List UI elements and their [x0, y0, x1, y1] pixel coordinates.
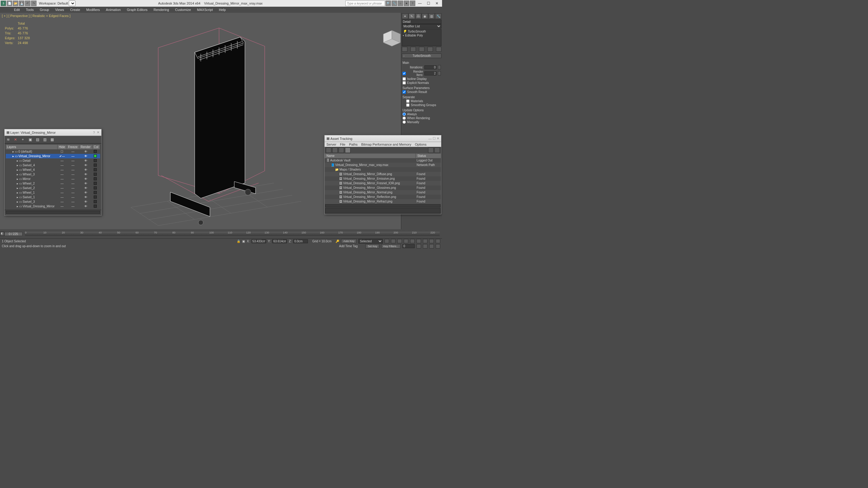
isoline-check[interactable] — [403, 77, 406, 80]
modifier-list-select[interactable]: Modifier List — [402, 24, 441, 29]
object-name-field[interactable] — [402, 20, 441, 24]
layer-highlight-icon[interactable]: ▤ — [35, 137, 40, 142]
asset-config-icon[interactable] — [434, 148, 440, 153]
asset-row[interactable]: 🖼 Virtual_Dressing_Mirror_Fresnel_IOR.pn… — [324, 181, 441, 186]
nav-fov-icon[interactable] — [423, 244, 428, 249]
frame-field[interactable] — [403, 244, 415, 248]
asset-row[interactable]: 📘 Virtual_Dressing_Mirror_max_vray.maxNe… — [324, 163, 441, 167]
iterations-spinner[interactable] — [438, 65, 441, 69]
asset-row[interactable]: 🖼 Virtual_Dressing_Mirror_Reflection.png… — [324, 195, 441, 199]
viewport-label[interactable]: [ + ] [ Perspective ] [ Realistic + Edge… — [2, 14, 70, 18]
update-always-radio[interactable] — [403, 112, 406, 116]
maximize-button[interactable]: ☐ — [425, 1, 432, 6]
modifier-stack[interactable]: 💡TurboSmooth ▪Editable Poly — [402, 29, 441, 46]
menu-views[interactable]: Views — [52, 7, 67, 12]
explicit-check[interactable] — [403, 81, 406, 85]
autokey-button[interactable]: Auto Key — [341, 239, 356, 243]
pin-stack-icon[interactable] — [402, 47, 407, 52]
asset-menu-paths[interactable]: Paths — [349, 142, 358, 146]
asset-maximize-icon[interactable]: ☐ — [433, 136, 436, 140]
redo-icon[interactable]: ↷ — [31, 1, 36, 6]
tab-motion-icon[interactable]: ◉ — [422, 13, 428, 19]
layer-col-layers[interactable]: Layers — [6, 145, 58, 149]
layer-row[interactable]: ▸ ▭ Virtual_Dressing_Mirror✔——👁 — [6, 154, 100, 158]
asset-scrollbar[interactable] — [325, 204, 440, 207]
asset-help-icon[interactable] — [428, 148, 434, 153]
save-icon[interactable]: 💾 — [19, 1, 24, 6]
new-icon[interactable]: 📄 — [7, 1, 12, 6]
asset-path-field[interactable] — [325, 208, 440, 214]
coord-y-field[interactable] — [272, 239, 287, 243]
layer-row[interactable]: ▸ ▭ Virtual_Dressing_Mirror——👁 — [6, 204, 100, 208]
layer-dialog[interactable]: ▦ Layer: Virtual_Dressing_Mirror ? ✕ ≋ ✕… — [4, 129, 102, 216]
menu-customize[interactable]: Customize — [172, 7, 194, 12]
nav-zoom-ext-icon[interactable] — [416, 244, 421, 249]
menu-modifiers[interactable]: Modifiers — [83, 7, 103, 12]
asset-row[interactable]: 🗄 Autodesk VaultLogged Out — [324, 158, 441, 163]
tab-display-icon[interactable]: ▥ — [428, 13, 435, 19]
tab-utilities-icon[interactable]: 🔧 — [435, 13, 441, 19]
close-button[interactable]: ✕ — [433, 1, 441, 6]
menu-create[interactable]: Create — [67, 7, 83, 12]
iterations-field[interactable] — [425, 65, 437, 69]
rollout-turbosmooth[interactable]: TurboSmooth — [402, 54, 441, 58]
materials-check[interactable] — [406, 99, 409, 103]
layer-select-icon[interactable]: ▣ — [27, 137, 33, 142]
undo-icon[interactable]: ↶ — [25, 1, 30, 6]
lock-icon[interactable]: 🔒 — [237, 239, 240, 243]
key-mode-select[interactable]: Selected — [359, 239, 383, 243]
star-icon[interactable]: ★ — [404, 1, 409, 6]
asset-menu-file[interactable]: File — [340, 142, 345, 146]
config-mod-icon[interactable] — [436, 47, 441, 52]
timeline-config-icon[interactable]: ◧ — [0, 232, 4, 236]
goto-start-icon[interactable] — [384, 239, 389, 243]
setkey-button[interactable]: Set Key — [365, 244, 379, 249]
coord-x-field[interactable] — [252, 239, 266, 243]
menu-rendering[interactable]: Rendering — [151, 7, 172, 12]
menu-graph-editors[interactable]: Graph Editors — [124, 7, 151, 12]
asset-col-status[interactable]: Status — [415, 154, 441, 158]
layer-col-hide[interactable]: Hide — [58, 145, 67, 149]
asset-menu-server[interactable]: Server — [327, 142, 336, 146]
menu-edit[interactable]: Edit — [11, 7, 23, 12]
layer-row[interactable]: ▸ ▭ Mirror——👁 — [6, 177, 100, 181]
nav-max2-icon[interactable] — [436, 244, 440, 249]
next-frame-icon[interactable] — [404, 239, 408, 243]
render-iters-check[interactable] — [403, 72, 406, 75]
layer-row[interactable]: ▸ ▭ Swivel_2——👁 — [6, 186, 100, 190]
layer-add-icon[interactable]: + — [20, 137, 26, 142]
search-go-icon[interactable]: 🔍 — [385, 1, 391, 6]
coord-z-field[interactable] — [293, 239, 308, 243]
layer-scrollbar[interactable] — [6, 211, 100, 214]
add-time-tag[interactable]: Add Time Tag — [339, 245, 358, 248]
layer-col-render[interactable]: Render — [80, 145, 92, 149]
render-iters-spinner[interactable] — [438, 71, 441, 75]
keyfilters-button[interactable]: Key Filters... — [381, 244, 401, 249]
key-icon[interactable]: 🔑 — [336, 239, 339, 243]
layer-row[interactable]: ▸ ▭ Detail——👁 — [6, 158, 100, 163]
remove-mod-icon[interactable] — [428, 47, 433, 52]
asset-tree-icon[interactable] — [332, 148, 338, 153]
app-logo-icon[interactable]: 3 — [1, 1, 6, 6]
open-icon[interactable]: 📂 — [13, 1, 18, 6]
search-input[interactable]: Type a keyword or phrase — [345, 1, 385, 6]
asset-refresh-icon[interactable] — [326, 148, 331, 153]
workspace-select[interactable] — [69, 1, 75, 6]
comm-center-icon[interactable]: 🔧 — [392, 1, 397, 6]
asset-row[interactable]: 🖼 Virtual_Dressing_Mirror_Glossines.pngF… — [324, 186, 441, 190]
asset-row[interactable]: 🖼 Virtual_Dressing_Mirror_Normal.pngFoun… — [324, 190, 441, 195]
play-icon[interactable] — [397, 239, 402, 243]
layer-row[interactable]: ▸ ▭ Swivel_3——👁 — [6, 199, 100, 204]
layer-new-icon[interactable]: ≋ — [5, 137, 11, 142]
unique-icon[interactable] — [419, 47, 425, 52]
smoothing-groups-check[interactable] — [406, 103, 409, 107]
layer-dialog-close-icon[interactable]: ✕ — [97, 130, 99, 134]
asset-row[interactable]: 📁 Maps / Shaders — [324, 167, 441, 172]
asset-minimize-icon[interactable]: — — [428, 137, 432, 140]
menu-help[interactable]: Help — [216, 7, 229, 12]
smooth-result-check[interactable] — [403, 90, 406, 94]
asset-menu-bitmap-performance-and-memory[interactable]: Bitmap Performance and Memory — [361, 142, 411, 146]
asset-row[interactable]: 🖼 Virtual_Dressing_Mirror_Refract.pngFou… — [324, 199, 441, 204]
menu-tools[interactable]: Tools — [23, 7, 37, 12]
layer-dialog-help-icon[interactable]: ? — [93, 131, 95, 134]
